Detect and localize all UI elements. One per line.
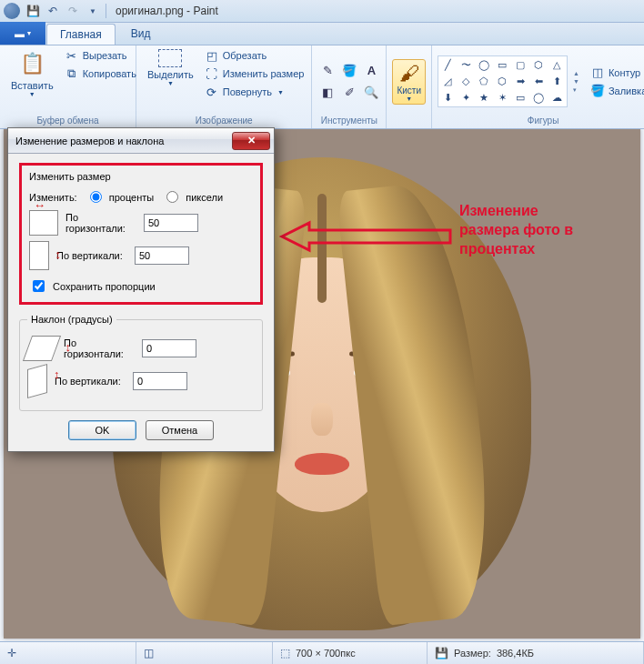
filesize-label: Размер: <box>454 648 491 659</box>
save-icon[interactable]: 💾 <box>24 2 42 20</box>
redo-icon[interactable]: ↷ <box>64 2 82 20</box>
shape-hex-icon[interactable]: ⬡ <box>494 74 511 89</box>
canvas-dims: 700 × 700пкс <box>296 648 356 659</box>
group-tools: ✎ 🪣 A ◧ ✐ 🔍 Инструменты <box>312 45 387 128</box>
resize-button[interactable]: ⛶Изменить размер <box>203 65 307 82</box>
pixels-label[interactable]: пиксели <box>186 192 223 203</box>
shapes-scroll-up-icon[interactable]: ▲ <box>573 70 579 76</box>
shape-curve-icon[interactable]: 〜 <box>458 57 475 73</box>
group-clipboard: 📋 Вставить ▼ ✂Вырезать ⧉Копировать Буфер… <box>0 45 136 128</box>
select-label: Выделить <box>147 69 194 80</box>
selection-size-icon: ◫ <box>144 647 154 659</box>
percent-label[interactable]: проценты <box>109 192 155 203</box>
filesize-value: 386,4КБ <box>497 648 534 659</box>
shape-pent-icon[interactable]: ⬠ <box>476 74 493 89</box>
shape-darrow-icon[interactable]: ⬇ <box>439 90 457 106</box>
skew-vertical-input[interactable] <box>133 372 187 390</box>
shape-diamond-icon[interactable]: ◇ <box>458 74 475 89</box>
skew-legend: Наклон (градусы) <box>27 314 116 325</box>
keep-aspect-label[interactable]: Сохранить пропорции <box>53 281 156 292</box>
file-menu-button[interactable]: ▬ ▾ <box>0 22 45 45</box>
shape-5star-icon[interactable]: ★ <box>476 90 493 106</box>
shapes-scroll-down-icon[interactable]: ▼ <box>573 78 579 85</box>
shape-rtri-icon[interactable]: ◿ <box>439 74 457 89</box>
svg-marker-0 <box>282 223 450 250</box>
shape-6star-icon[interactable]: ✶ <box>494 90 511 106</box>
rotate-label: Повернуть <box>223 86 272 97</box>
shape-larrow-icon[interactable]: ⬅ <box>530 74 548 89</box>
skew-horizontal-label: По горизонтали: <box>64 337 135 359</box>
cut-button[interactable]: ✂Вырезать <box>63 47 138 64</box>
chevron-down-icon: ▾ <box>27 29 31 37</box>
filesize-icon: 💾 <box>435 647 448 659</box>
shape-oval-icon[interactable]: ◯ <box>476 57 493 73</box>
shapes-gallery[interactable]: ╱〜◯▭▢⬡△ ◿◇⬠⬡➡⬅⬆ ⬇✦★✶▭◯☁ <box>438 55 568 107</box>
shape-tri-icon[interactable]: △ <box>548 57 566 73</box>
tab-home[interactable]: Главная <box>46 24 116 45</box>
shape-4star-icon[interactable]: ✦ <box>458 90 475 106</box>
file-menu-icon: ▬ <box>15 28 25 39</box>
horizontal-resize-icon: ↔ <box>29 210 58 236</box>
zoom-tool-icon[interactable]: 🔍 <box>361 83 381 103</box>
shape-line-icon[interactable]: ╱ <box>439 57 457 73</box>
copy-label: Копировать <box>83 68 136 79</box>
paste-label: Вставить <box>11 80 54 91</box>
shape-rect-icon[interactable]: ▭ <box>494 57 511 73</box>
shape-roundrect-icon[interactable]: ▢ <box>512 57 529 73</box>
copy-button[interactable]: ⧉Копировать <box>63 65 138 82</box>
vertical-resize-icon: ↕ <box>29 241 49 270</box>
group-shapes-label: Фигуры <box>438 116 644 126</box>
dialog-close-button[interactable]: ✕ <box>232 132 270 150</box>
tab-view[interactable]: Вид <box>117 23 165 45</box>
select-button[interactable]: Выделить ▼ <box>142 47 199 88</box>
undo-icon[interactable]: ↶ <box>44 2 62 20</box>
shape-callout-oval-icon[interactable]: ◯ <box>530 90 548 106</box>
fill-tool-icon[interactable]: 🪣 <box>339 61 359 81</box>
percent-radio[interactable] <box>90 191 102 203</box>
picker-tool-icon[interactable]: ✐ <box>339 83 359 103</box>
resize-fieldset: Изменить размер Изменить: проценты пиксе… <box>29 171 253 295</box>
chevron-down-icon: ▼ <box>406 96 412 102</box>
window-titlebar: 💾 ↶ ↷ ▼ оригинал.png - Paint <box>0 0 644 23</box>
shape-uarrow-icon[interactable]: ⬆ <box>548 74 566 89</box>
rotate-button[interactable]: ⟳Повернуть▼ <box>203 84 307 100</box>
horizontal-input[interactable] <box>144 214 198 232</box>
dialog-titlebar[interactable]: Изменение размеров и наклона ✕ <box>8 128 274 154</box>
skew-horizontal-input[interactable] <box>142 339 196 357</box>
keep-aspect-checkbox[interactable] <box>33 280 45 292</box>
rotate-icon: ⟳ <box>205 85 219 99</box>
shape-poly-icon[interactable]: ⬡ <box>530 57 548 73</box>
status-bar: ✛ ◫ ⬚700 × 700пкс 💾Размер: 386,4КБ <box>0 641 644 664</box>
paste-button[interactable]: 📋 Вставить ▼ <box>5 47 59 99</box>
group-tools-label: Инструменты <box>317 116 380 126</box>
eraser-tool-icon[interactable]: ◧ <box>317 83 337 103</box>
skew-fieldset: Наклон (градусы) ↕ По горизонтали: ↕ По … <box>19 314 263 411</box>
crop-button[interactable]: ◰Обрезать <box>203 47 307 64</box>
copy-icon: ⧉ <box>65 66 79 81</box>
brush-icon: 🖌 <box>399 62 419 86</box>
text-tool-icon[interactable]: A <box>361 61 381 81</box>
qat-dropdown-icon[interactable]: ▼ <box>84 2 102 20</box>
annotation-line3: процентах <box>459 240 573 259</box>
outline-button[interactable]: ◫Контур <box>589 65 644 81</box>
resize-label: Изменить размер <box>223 68 305 79</box>
shapes-expand-icon[interactable]: ▾ <box>573 86 579 94</box>
paint-orb-icon[interactable] <box>4 3 20 19</box>
vertical-label: По вертикали: <box>56 250 127 261</box>
fill-icon: 🪣 <box>590 84 605 98</box>
shape-rarrow-icon[interactable]: ➡ <box>512 74 529 89</box>
group-clipboard-label: Буфер обмена <box>5 116 130 126</box>
ok-button[interactable]: OK <box>68 420 136 440</box>
cancel-button[interactable]: Отмена <box>146 420 214 440</box>
pixels-radio[interactable] <box>166 191 178 203</box>
shape-cloud-icon[interactable]: ☁ <box>548 90 566 106</box>
shape-callout-rect-icon[interactable]: ▭ <box>512 90 529 106</box>
ribbon-tabs: ▬ ▾ Главная Вид <box>0 23 644 45</box>
fill-label: Заливка <box>609 86 644 96</box>
vertical-input[interactable] <box>135 246 189 265</box>
cut-icon: ✂ <box>65 48 79 63</box>
group-image: Выделить ▼ ◰Обрезать ⛶Изменить размер ⟳П… <box>136 45 312 128</box>
fill-button[interactable]: 🪣Заливка <box>589 83 644 99</box>
brushes-button[interactable]: 🖌 Кисти ▼ <box>392 59 426 105</box>
pencil-tool-icon[interactable]: ✎ <box>317 61 337 81</box>
